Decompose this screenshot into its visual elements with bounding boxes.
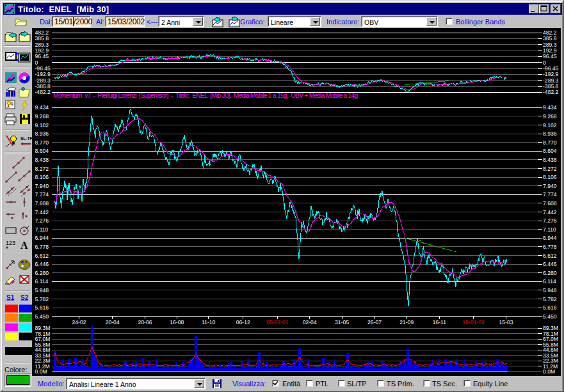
svg-text:06-12: 06-12 (236, 319, 250, 325)
svg-text:7.110: 7.110 (35, 226, 49, 233)
svg-text:24-02: 24-02 (72, 319, 86, 325)
svg-text:21-09: 21-09 (399, 319, 414, 325)
svg-text:S2: S2 (20, 294, 29, 301)
svg-text:8.106: 8.106 (35, 174, 49, 180)
svg-text:5.450: 5.450 (35, 313, 49, 320)
svg-text:6.612: 6.612 (543, 253, 557, 259)
svg-text:02-04: 02-04 (303, 319, 317, 325)
svg-text:8.770: 8.770 (543, 139, 557, 146)
svg-text:0.0M: 0.0M (35, 368, 47, 375)
svg-text:7.940: 7.940 (35, 183, 49, 189)
svg-text:SL-TP: SL-TP (20, 136, 32, 141)
svg-text:9.102: 9.102 (543, 122, 557, 129)
svg-text:6.280: 6.280 (35, 270, 49, 276)
svg-text:5.948: 5.948 (35, 287, 49, 294)
svg-text:7.110: 7.110 (543, 226, 556, 233)
svg-text:9.268: 9.268 (35, 113, 49, 120)
svg-text:7.940: 7.940 (543, 183, 557, 189)
svg-text:8.272: 8.272 (543, 166, 557, 172)
svg-text:A: A (20, 240, 28, 251)
svg-text:-482.2: -482.2 (35, 89, 51, 95)
svg-text:05-02-01: 05-02-01 (266, 319, 289, 325)
svg-text:8.272: 8.272 (35, 166, 49, 172)
svg-text:8.438: 8.438 (35, 157, 49, 163)
svg-text:7.774: 7.774 (35, 191, 49, 198)
svg-text:11-10: 11-10 (202, 319, 216, 325)
svg-text:15-03: 15-03 (499, 319, 513, 325)
svg-text:18-01-02: 18-01-02 (462, 319, 485, 325)
svg-text:6.778: 6.778 (543, 244, 557, 250)
svg-text:8.770: 8.770 (35, 139, 49, 146)
svg-text:6.280: 6.280 (543, 270, 557, 276)
svg-text:8.106: 8.106 (543, 174, 557, 180)
svg-text:7.276: 7.276 (35, 217, 49, 224)
svg-text:5.616: 5.616 (543, 304, 557, 311)
svg-text:8.936: 8.936 (35, 130, 49, 137)
svg-text:5.782: 5.782 (543, 296, 557, 302)
svg-text:S1: S1 (6, 294, 15, 301)
svg-text:6.114: 6.114 (543, 278, 556, 285)
svg-text:6.944: 6.944 (35, 235, 49, 241)
svg-text:6.446: 6.446 (543, 261, 557, 267)
svg-text:Momentum v7 - Pierluigi Lor: Momentum v7 - Pierluigi Lorenzi [Supervi… (53, 92, 358, 99)
svg-text:9.102: 9.102 (35, 122, 49, 129)
svg-text:-482.2: -482.2 (543, 89, 559, 95)
svg-text:5.948: 5.948 (543, 287, 557, 294)
svg-text:0.0M: 0.0M (543, 368, 555, 375)
svg-text:8.936: 8.936 (543, 130, 557, 137)
svg-text:7.442: 7.442 (543, 209, 557, 216)
svg-text:26-07: 26-07 (367, 319, 382, 325)
svg-text:16-08: 16-08 (170, 319, 184, 325)
svg-text:5.782: 5.782 (35, 296, 49, 302)
svg-text:8.604: 8.604 (35, 148, 49, 154)
svg-text:31-05: 31-05 (335, 319, 349, 325)
svg-text:123: 123 (6, 240, 15, 246)
svg-text:9.434: 9.434 (543, 104, 557, 111)
svg-text:6.114: 6.114 (35, 278, 49, 285)
svg-text:7.774: 7.774 (543, 191, 557, 198)
svg-text:8.438: 8.438 (543, 157, 557, 163)
svg-text:20-06: 20-06 (138, 319, 152, 325)
svg-text:20-04: 20-04 (106, 319, 120, 325)
svg-text:7.442: 7.442 (35, 209, 49, 216)
svg-text:9.268: 9.268 (543, 113, 557, 120)
svg-text:5.450: 5.450 (543, 313, 557, 320)
svg-text:7.608: 7.608 (35, 200, 49, 207)
svg-text:6.612: 6.612 (35, 253, 49, 259)
svg-text:9.434: 9.434 (35, 104, 49, 111)
svg-text:8.604: 8.604 (543, 148, 557, 154)
svg-text:7.276: 7.276 (543, 217, 557, 224)
svg-text:6.778: 6.778 (35, 244, 49, 250)
svg-text:6.446: 6.446 (35, 261, 49, 267)
svg-text:6.944: 6.944 (543, 235, 557, 241)
svg-text:16-11: 16-11 (433, 319, 447, 325)
svg-text:5.616: 5.616 (35, 304, 49, 311)
svg-text:7.608: 7.608 (543, 200, 557, 207)
